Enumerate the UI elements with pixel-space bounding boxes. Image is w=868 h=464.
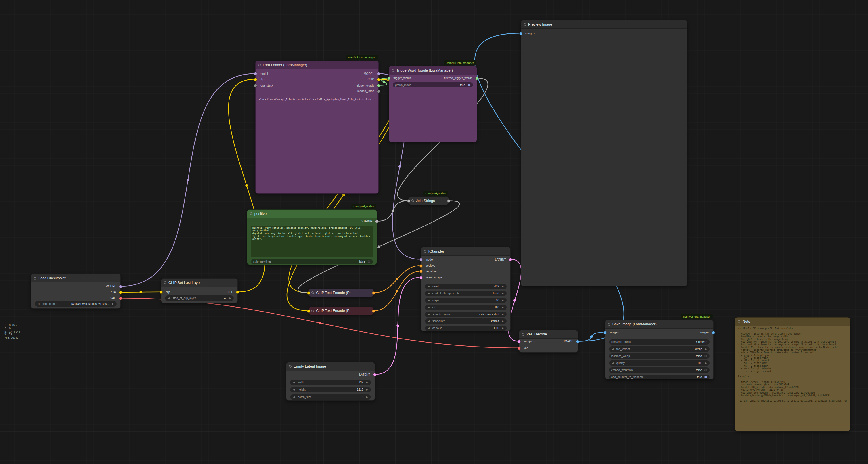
widget-scheduler[interactable]: ◀schedulerkarras▶ xyxy=(425,318,506,324)
collapse-toggle-icon[interactable] xyxy=(411,199,414,202)
increment-arrow[interactable]: ▶ xyxy=(500,285,505,288)
widget-ckpt_name[interactable]: ◀ckpt_nameilwaiNSFWIllustrious_v110.s...… xyxy=(35,301,117,307)
increment-arrow[interactable]: ▶ xyxy=(500,306,505,309)
widget-stop_at_clip_layer[interactable]: ◀stop_at_clip_layer-2▶ xyxy=(165,295,234,301)
widget-filename_prefix[interactable]: filename_prefixComfyUI xyxy=(609,340,710,345)
decrement-arrow[interactable]: ◀ xyxy=(426,320,431,322)
node-header[interactable]: Empty Latent Image xyxy=(286,362,374,371)
toggle-indicator[interactable] xyxy=(704,376,707,378)
decrement-arrow[interactable]: ◀ xyxy=(291,388,297,391)
collapse-toggle-icon[interactable] xyxy=(34,277,36,280)
widget-steps[interactable]: ◀steps20▶ xyxy=(425,298,506,303)
node-clip-text-encode-positive[interactable]: CLIP Text Encode (Pr xyxy=(309,289,373,297)
toggle-indicator[interactable] xyxy=(704,369,707,371)
increment-arrow[interactable]: ▶ xyxy=(364,396,369,399)
node-clip-set-last-layer[interactable]: CLIP Set Last LayerclipCLIP◀stop_at_clip… xyxy=(161,279,238,303)
widget-height[interactable]: ◀height1216▶ xyxy=(290,387,371,393)
decrement-arrow[interactable]: ◀ xyxy=(426,306,431,309)
collapse-toggle-icon[interactable] xyxy=(258,64,261,66)
node-header[interactable]: Load Checkpoint xyxy=(31,274,120,283)
decrement-arrow[interactable]: ◀ xyxy=(166,297,172,299)
widget-sampler_name[interactable]: ◀sampler_nameeuler_ancestral▶ xyxy=(425,312,506,317)
collapse-toggle-icon[interactable] xyxy=(522,333,524,336)
node-preview-image[interactable]: Preview Imageimages xyxy=(521,20,687,286)
increment-arrow[interactable]: ▶ xyxy=(500,292,505,295)
node-positive[interactable]: comfyui-kjnodespositiveSTRINGstrip_newli… xyxy=(247,209,377,265)
node-header[interactable]: Save Image (LoraManager) xyxy=(605,320,714,328)
node-clip-text-encode-negative[interactable]: CLIP Text Encode (Pr xyxy=(309,307,373,315)
node-header[interactable]: positive xyxy=(247,210,377,218)
output-slot-link[interactable] xyxy=(372,310,375,313)
widget-quality[interactable]: ◀quality100▶ xyxy=(609,360,710,366)
collapse-toggle-icon[interactable] xyxy=(392,69,394,72)
increment-arrow[interactable]: ▶ xyxy=(500,320,505,322)
toggle-indicator[interactable] xyxy=(468,84,470,86)
decrement-arrow[interactable]: ◀ xyxy=(426,292,431,295)
node-header[interactable]: Preview Image xyxy=(521,21,687,29)
widget-group_mode[interactable]: group_modetrue xyxy=(393,82,473,88)
widget-strip_newlines[interactable]: strip_newlinesfalse xyxy=(251,259,373,265)
widget-add_counter_to_filename[interactable]: add_counter_to_filenametrue xyxy=(609,375,710,380)
node-empty-latent-image[interactable]: Empty Latent ImageLATENT◀width832▶◀heigh… xyxy=(286,362,375,401)
note-text[interactable]: Available filename_prefix Pattern Codes … xyxy=(738,327,848,429)
node-save-image[interactable]: comfyui-lora-managerSave Image (LoraMana… xyxy=(605,320,714,379)
increment-arrow[interactable]: ▶ xyxy=(500,313,505,316)
node-header[interactable]: TriggerWord Toggle (LoraManager) xyxy=(389,66,476,75)
node-ksampler[interactable]: KSamplermodelpositivenegativelatent_imag… xyxy=(421,247,510,331)
collapse-toggle-icon[interactable] xyxy=(424,250,426,253)
widget-seed[interactable]: ◀seed409▶ xyxy=(425,284,506,289)
increment-arrow[interactable]: ▶ xyxy=(703,348,708,350)
output-slot-link[interactable] xyxy=(372,291,375,295)
widget-embed_workflow[interactable]: embed_workflowfalse xyxy=(609,367,710,373)
collapse-toggle-icon[interactable] xyxy=(289,365,291,368)
widget-lossless_webp[interactable]: lossless_webpfalse xyxy=(609,353,710,359)
widget-file_format[interactable]: ◀file_formatwebp▶ xyxy=(609,346,710,352)
node-join-strings[interactable]: comfyui-kjnodesJoin Strings xyxy=(408,197,449,205)
node-header[interactable]: Note xyxy=(735,318,849,326)
collapse-toggle-icon[interactable] xyxy=(524,23,526,26)
decrement-arrow[interactable]: ◀ xyxy=(291,381,297,384)
increment-arrow[interactable]: ▶ xyxy=(364,381,369,384)
collapse-toggle-icon[interactable] xyxy=(311,310,314,312)
input-slot-link[interactable] xyxy=(407,199,410,203)
toggle-indicator[interactable] xyxy=(368,260,370,263)
widget-denoise[interactable]: ◀denoise1.00▶ xyxy=(425,326,506,331)
widget-control-after-generate[interactable]: ◀control after generatefixed▶ xyxy=(425,291,506,296)
increment-arrow[interactable]: ▶ xyxy=(703,362,708,365)
node-header[interactable]: Lora Loader (LoraManager) xyxy=(256,61,378,69)
widget-batch_size[interactable]: ◀batch_size3▶ xyxy=(290,395,371,400)
node-header[interactable]: CLIP Text Encode (Pr xyxy=(309,307,373,315)
node-lora-loader[interactable]: comfyui-lora-managerLora Loader (LoraMan… xyxy=(255,61,379,194)
decrement-arrow[interactable]: ◀ xyxy=(610,362,615,365)
collapse-toggle-icon[interactable] xyxy=(311,291,314,294)
node-triggerword-toggle[interactable]: comfyui-lora-managerTriggerWord Toggle (… xyxy=(389,66,477,142)
decrement-arrow[interactable]: ◀ xyxy=(291,396,297,399)
widget-cfg[interactable]: ◀cfg8.0▶ xyxy=(425,304,506,310)
node-header[interactable]: KSampler xyxy=(421,248,510,256)
increment-arrow[interactable]: ▶ xyxy=(364,388,369,391)
collapse-toggle-icon[interactable] xyxy=(738,320,740,323)
decrement-arrow[interactable]: ◀ xyxy=(610,348,615,350)
input-slot-link[interactable] xyxy=(307,310,310,313)
increment-arrow[interactable]: ▶ xyxy=(500,327,505,329)
node-header[interactable]: Join Strings xyxy=(409,197,449,205)
node-load-checkpoint[interactable]: Load CheckpointMODELCLIPVAE◀ckpt_nameilw… xyxy=(31,274,121,309)
increment-arrow[interactable]: ▶ xyxy=(227,297,232,299)
node-vae-decode[interactable]: VAE DecodesamplesvaeIMAGE xyxy=(519,330,578,352)
node-note[interactable]: NoteAvailable filename_prefix Pattern Co… xyxy=(735,317,850,431)
decrement-arrow[interactable]: ◀ xyxy=(426,299,431,302)
decrement-arrow[interactable]: ◀ xyxy=(426,327,431,329)
toggle-indicator[interactable] xyxy=(704,355,707,357)
collapse-toggle-icon[interactable] xyxy=(164,281,166,284)
widget-width[interactable]: ◀width832▶ xyxy=(290,380,371,385)
decrement-arrow[interactable]: ◀ xyxy=(426,285,431,288)
graph-canvas[interactable]: T: 0.0/sI: 0N: 14 [14]V: 28FPS:56.82 Pre… xyxy=(0,0,868,464)
prompt-textarea[interactable]: highres, very detailed, amazing quality,… xyxy=(251,226,373,257)
node-header[interactable]: CLIP Set Last Layer xyxy=(161,279,238,287)
collapse-toggle-icon[interactable] xyxy=(608,323,610,326)
node-header[interactable]: VAE Decode xyxy=(519,330,578,339)
collapse-toggle-icon[interactable] xyxy=(250,212,252,215)
decrement-arrow[interactable]: ◀ xyxy=(426,313,431,316)
increment-arrow[interactable]: ▶ xyxy=(110,302,115,305)
decrement-arrow[interactable]: ◀ xyxy=(36,302,41,305)
